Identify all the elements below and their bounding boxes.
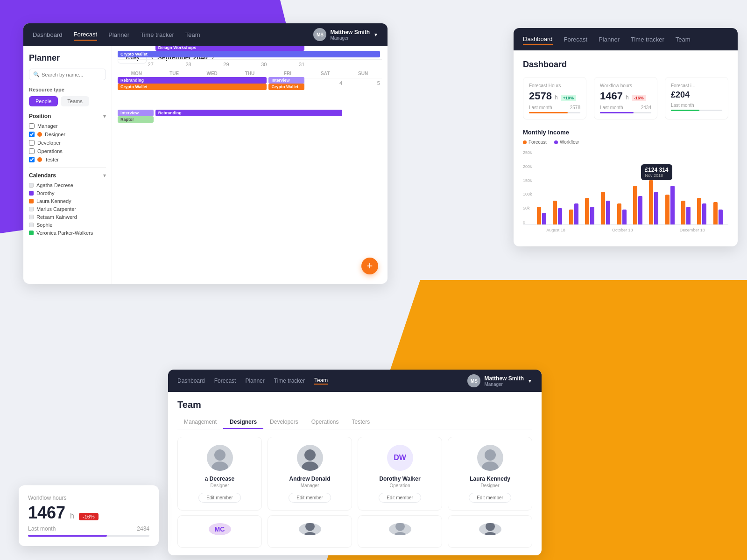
manager-checkbox[interactable]: [29, 123, 35, 129]
stat-forecast-hours: Forecast Hours 2578 h +10% Last month 25…: [523, 77, 586, 119]
tester-checkbox[interactable]: [29, 157, 35, 162]
bar-group-2: [553, 201, 568, 224]
chart-legend: Forecast Workflow: [523, 140, 728, 145]
member-card-r2-4: [448, 515, 532, 548]
bar-group-10: [681, 201, 696, 224]
workflow-hours-progress: [600, 112, 651, 113]
user-role: Manager: [330, 35, 370, 41]
dash-nav-team[interactable]: Team: [676, 34, 691, 45]
designer-checkbox[interactable]: [29, 132, 35, 137]
stat-forecast-income: Forecast i... £204 Last month: [665, 77, 728, 119]
workflow-sub: Last month 2434: [28, 525, 149, 532]
bar-workflow-4: [590, 207, 594, 224]
bar-workflow-5: [606, 201, 610, 224]
team-nav-timetracker[interactable]: Time tracker: [274, 378, 305, 384]
nav-planner[interactable]: Planner: [108, 29, 129, 40]
dash-nav-forecast[interactable]: Forecast: [564, 34, 588, 45]
dash-nav-planner[interactable]: Planner: [599, 34, 620, 45]
event-cryptowallet-w4c[interactable]: Crypto Wallet: [268, 84, 304, 90]
event-rebranding-w5[interactable]: Rebranding: [155, 110, 342, 116]
position-developer: Developer: [29, 140, 106, 146]
forecast-income-label: Forecast i...: [671, 83, 722, 88]
andrew-role: Manager: [301, 483, 319, 488]
member-card-andrew: Andrew Donald Manager Edit member: [268, 437, 352, 511]
sidebar-title: Planner: [29, 53, 106, 63]
legend-workflow: Workflow: [554, 140, 579, 145]
svg-point-0: [214, 449, 226, 461]
bar-workflow-7: [638, 196, 642, 224]
chevron-down-icon: ▼: [374, 32, 378, 37]
dorothy-edit-button[interactable]: Edit member: [379, 493, 421, 503]
search-icon: 🔍: [33, 71, 40, 77]
sophie-label: Sophie: [36, 222, 52, 228]
dorothy-dot: [29, 191, 34, 196]
bar-group-8: £124 314 Nov 2018: [649, 180, 664, 224]
tab-operations[interactable]: Operations: [305, 416, 345, 429]
nav-dashboard[interactable]: Dashboard: [33, 29, 63, 40]
event-interview-w5[interactable]: Interview: [118, 110, 154, 116]
agatha-label: Agatha Decrese: [36, 182, 73, 188]
agatha-edit-button[interactable]: Edit member: [198, 493, 241, 503]
event-interview-w4[interactable]: Interview: [268, 77, 304, 84]
planner-calendar-main: Today ‹ September 2040 › MON TUE WED THU…: [112, 46, 388, 284]
workflow-badge: -16%: [79, 513, 99, 520]
andrew-name: Andrew Donald: [289, 476, 330, 482]
dash-nav-dashboard[interactable]: Dashboard: [523, 34, 553, 45]
team-chevron-icon: ▼: [528, 378, 532, 384]
dashboard-panel: Dashboard Forecast Planner Time tracker …: [514, 28, 738, 246]
tab-testers[interactable]: Testers: [345, 416, 376, 429]
workflow-hours-unit: h: [626, 94, 629, 101]
team-body: Team Management Designers Developers Ope…: [168, 392, 542, 555]
laura-role: Designer: [480, 483, 499, 488]
nav-team[interactable]: Team: [185, 29, 200, 40]
operations-checkbox[interactable]: [29, 148, 35, 154]
team-nav-team[interactable]: Team: [314, 377, 328, 385]
event-cryptowallet-w4b[interactable]: Crypto Wallet: [118, 84, 267, 90]
workflow-hours-value-row: 1467 h -16%: [600, 90, 651, 102]
team-user-info: Matthew Smith Manager: [484, 375, 524, 387]
member-card-dorothy: DW Dorothy Walker Operation Edit member: [358, 437, 442, 511]
event-designworkshops[interactable]: Design Workshops: [155, 46, 304, 51]
bar-workflow-12: [719, 210, 723, 224]
add-event-button[interactable]: +: [361, 258, 378, 274]
dash-nav-timetracker[interactable]: Time tracker: [631, 34, 664, 45]
event-cryptowallet-w3[interactable]: Crypto Wallet: [118, 51, 380, 57]
y-axis: 250k 200k 150k 100k 50k 0: [523, 150, 532, 224]
andrew-edit-button[interactable]: Edit member: [289, 493, 331, 503]
teams-button[interactable]: Teams: [61, 96, 89, 106]
x-label-dec: December 18: [680, 228, 705, 232]
chart-title: Monthly income: [523, 129, 728, 136]
event-rebranding-w4[interactable]: Rebranding: [118, 77, 267, 84]
bar-group-1: [537, 207, 552, 224]
tab-designers[interactable]: Designers: [223, 416, 263, 429]
day-w5-sun[interactable]: [344, 59, 382, 92]
legend-forecast-label: Forecast: [529, 140, 547, 145]
agatha-avatar-img: [207, 445, 233, 471]
tab-management[interactable]: Management: [177, 416, 223, 429]
event-raptor-w5[interactable]: Raptor: [118, 116, 154, 123]
calendars-collapse-icon[interactable]: ▾: [103, 172, 106, 179]
people-button[interactable]: People: [29, 96, 58, 106]
member-grid-row2: MC: [177, 515, 532, 548]
workflow-hours-sub-label: Last month: [600, 105, 623, 110]
tab-developers[interactable]: Developers: [263, 416, 305, 429]
cal-veronica: Veronica Parker-Walkers: [29, 230, 106, 236]
stats-row: Forecast Hours 2578 h +10% Last month 25…: [523, 77, 728, 119]
position-collapse-icon[interactable]: ▾: [103, 113, 106, 119]
forecast-income-sub: Last month: [671, 103, 722, 108]
team-nav-dashboard[interactable]: Dashboard: [177, 378, 205, 384]
team-nav-forecast[interactable]: Forecast: [214, 378, 236, 384]
nav-timetracker[interactable]: Time tracker: [141, 29, 174, 40]
user-avatar: MS: [313, 28, 326, 41]
developer-checkbox[interactable]: [29, 140, 35, 146]
day-w5-sat[interactable]: [306, 59, 344, 92]
member-grid: a Decrease Designer Edit member Andrew D…: [177, 437, 532, 511]
bar-workflow-10: [686, 207, 691, 224]
calendars-section: Calendars ▾: [29, 172, 106, 179]
workflow-unit: h: [70, 512, 74, 520]
svg-point-1: [211, 462, 228, 471]
search-input[interactable]: [42, 72, 102, 77]
laura-edit-button[interactable]: Edit member: [469, 493, 511, 503]
nav-forecast[interactable]: Forecast: [74, 29, 98, 41]
team-nav-planner[interactable]: Planner: [245, 378, 264, 384]
